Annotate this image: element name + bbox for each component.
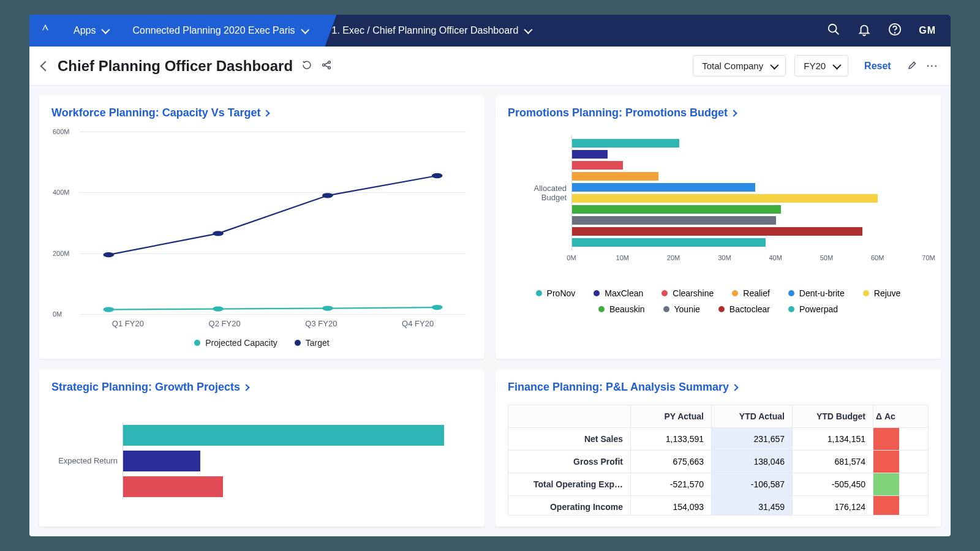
bar-clearshine[interactable] <box>123 476 223 497</box>
chevron-right-icon <box>731 384 738 391</box>
bar-realief[interactable] <box>572 172 658 181</box>
svg-point-14 <box>213 231 224 236</box>
svg-point-11 <box>322 305 333 310</box>
overflow-menu[interactable]: ··· <box>927 61 938 72</box>
svg-point-0 <box>829 24 837 32</box>
bar-pronov[interactable] <box>572 139 679 148</box>
bar-maxclean[interactable] <box>123 451 200 471</box>
table-row[interactable]: Gross Profit 675,663 138,046 681,574 <box>508 451 928 473</box>
svg-point-10 <box>213 306 224 311</box>
app-logo[interactable] <box>29 15 61 47</box>
card-finance: Finance Planning: P&L Analysis Summary P… <box>496 370 941 527</box>
workforce-legend: Projected CapacityTarget <box>51 338 472 348</box>
card-workforce: Workforce Planning: Capacity Vs Target 0… <box>39 96 484 359</box>
scope-selector[interactable]: Total Company <box>693 55 786 77</box>
breadcrumb-label: 1. Exec / Chief Planning Officer Dashboa… <box>332 25 519 36</box>
promotions-title[interactable]: Promotions Planning: Promotions Budget <box>508 107 929 119</box>
apps-label: Apps <box>74 25 96 36</box>
content-grid: Workforce Planning: Capacity Vs Target 0… <box>29 86 951 536</box>
edit-icon[interactable] <box>907 59 918 73</box>
card-promotions: Promotions Planning: Promotions Budget A… <box>496 96 941 359</box>
svg-point-16 <box>432 173 443 178</box>
breadcrumb[interactable]: 1. Exec / Chief Planning Officer Dashboa… <box>320 15 543 47</box>
share-icon[interactable] <box>321 59 332 73</box>
svg-point-3 <box>895 32 895 33</box>
bar-maxclean[interactable] <box>572 150 608 159</box>
card-growth: Strategic Planning: Growth Projects Expe… <box>39 370 484 527</box>
bell-icon[interactable] <box>858 23 871 39</box>
apps-menu[interactable]: Apps <box>61 15 120 47</box>
titlebar: Chief Planning Officer Dashboard Total C… <box>29 47 951 86</box>
topbar: Apps Connected Planning 2020 Exec Paris … <box>29 15 951 47</box>
bar-pronov[interactable] <box>123 425 444 446</box>
bar-dent-u-brite[interactable] <box>572 183 755 192</box>
svg-point-13 <box>103 252 114 257</box>
bar-beauskin[interactable] <box>572 205 781 214</box>
promotions-chart <box>571 135 929 250</box>
app-frame: Apps Connected Planning 2020 Exec Paris … <box>29 15 951 536</box>
chevron-down-icon <box>301 26 309 34</box>
growth-title[interactable]: Strategic Planning: Growth Projects <box>51 381 472 394</box>
svg-line-7 <box>325 62 328 64</box>
growth-chart <box>123 422 472 500</box>
bar-clearshine[interactable] <box>572 161 623 170</box>
table-row[interactable]: Total Operating Exp… -521,570 -106,587 -… <box>508 473 928 496</box>
period-label: FY20 <box>804 61 826 71</box>
chevron-right-icon <box>243 384 249 391</box>
chevron-down-icon <box>771 61 779 69</box>
chevron-right-icon <box>730 110 737 116</box>
reset-button[interactable]: Reset <box>857 56 899 77</box>
bar-younie[interactable] <box>572 216 776 225</box>
chevron-down-icon <box>102 26 110 34</box>
model-selector[interactable]: Connected Planning 2020 Exec Paris <box>120 15 319 47</box>
promotions-x-axis: 0M10M20M30M40M50M60M70M <box>571 254 929 279</box>
svg-point-15 <box>322 193 333 198</box>
finance-title[interactable]: Finance Planning: P&L Analysis Summary <box>508 381 929 394</box>
svg-point-9 <box>103 307 114 312</box>
svg-line-8 <box>325 65 328 67</box>
scope-label: Total Company <box>702 61 763 71</box>
search-icon[interactable] <box>827 23 840 39</box>
chevron-down-icon <box>524 26 533 34</box>
table-row[interactable]: Net Sales 1,133,591 231,657 1,134,151 <box>508 428 928 451</box>
table-row[interactable]: Operating Income 154,093 31,459 176,124 <box>508 496 928 515</box>
svg-point-12 <box>432 305 443 310</box>
model-label: Connected Planning 2020 Exec Paris <box>132 25 295 36</box>
anaplan-logo-icon <box>42 24 49 37</box>
bar-rejuve[interactable] <box>572 194 878 203</box>
refresh-icon[interactable] <box>301 59 312 73</box>
promotions-legend: ProNovMaxCleanClearshineRealiefDent-u-br… <box>508 288 929 314</box>
period-selector[interactable]: FY20 <box>794 55 848 77</box>
workforce-title[interactable]: Workforce Planning: Capacity Vs Target <box>51 107 472 119</box>
bar-bactoclear[interactable] <box>572 227 862 236</box>
growth-y-label: Expected Return <box>51 456 123 465</box>
bar-powerpad[interactable] <box>572 238 766 247</box>
back-icon[interactable] <box>40 61 51 71</box>
svg-line-1 <box>835 31 839 35</box>
help-icon[interactable] <box>888 23 902 39</box>
chevron-down-icon <box>832 61 841 69</box>
finance-table: PY Actual YTD Actual YTD Budget Δ AcNet … <box>508 405 929 515</box>
avatar[interactable]: GM <box>919 25 936 36</box>
chevron-right-icon <box>263 110 270 116</box>
page-title: Chief Planning Officer Dashboard <box>58 58 293 75</box>
workforce-chart: 0M200M400M600M <box>80 132 466 314</box>
workforce-x-axis: Q1 FY20Q2 FY20Q3 FY20Q4 FY20 <box>80 319 466 328</box>
promotions-y-label: Allocated Budget <box>508 184 571 202</box>
